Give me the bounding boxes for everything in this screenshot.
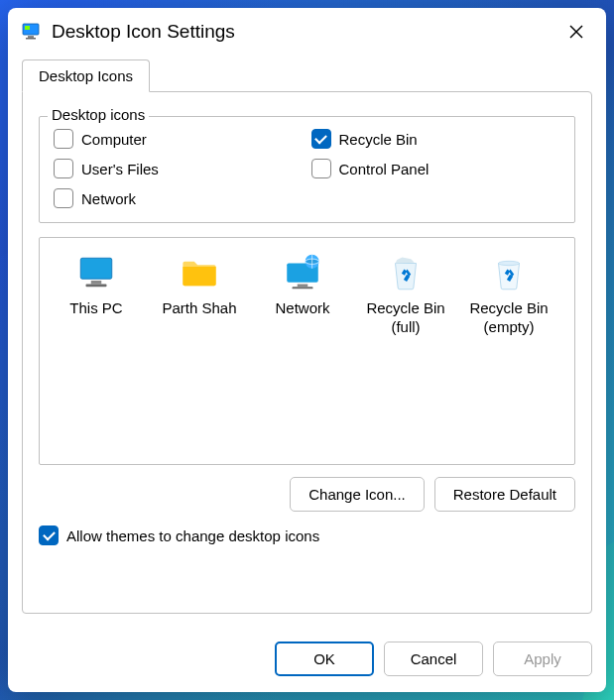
icon-preview-list[interactable]: This PC Parth Shah [39, 237, 575, 465]
svg-rect-2 [25, 26, 30, 30]
desktop-icons-fieldset: Desktop icons Computer Recycle Bin User'… [39, 116, 575, 223]
restore-default-button[interactable]: Restore Default [434, 477, 575, 512]
apply-button[interactable]: Apply [493, 642, 592, 676]
icon-label: Parth Shah [153, 299, 246, 318]
checkbox-icon [311, 159, 331, 178]
dialog-button-row: OK Cancel Apply [8, 628, 606, 692]
checkbox-network[interactable]: Network [54, 188, 304, 208]
icon-label: Recycle Bin (empty) [462, 299, 555, 337]
icon-item-recycle-empty[interactable]: Recycle Bin (empty) [460, 248, 557, 341]
checkbox-label: Recycle Bin [339, 131, 418, 148]
folder-icon [153, 252, 246, 295]
svg-point-17 [499, 261, 520, 265]
icon-item-recycle-full[interactable]: Recycle Bin (full) [357, 248, 454, 341]
checkbox-label: Control Panel [339, 161, 430, 177]
tab-strip: Desktop Icons [22, 59, 592, 91]
checkbox-users-files[interactable]: User's Files [54, 159, 304, 178]
checkbox-icon [54, 188, 73, 208]
recycle-full-icon [359, 252, 452, 295]
tab-desktop-icons[interactable]: Desktop Icons [22, 59, 150, 92]
dialog-content: Desktop Icons Desktop icons Computer Rec… [8, 54, 606, 628]
icon-item-this-pc[interactable]: This PC [48, 248, 145, 322]
svg-rect-10 [86, 285, 107, 288]
icon-item-user-folder[interactable]: Parth Shah [151, 248, 248, 322]
recycle-empty-icon [462, 252, 555, 295]
checkbox-icon [54, 159, 73, 178]
svg-rect-12 [298, 285, 308, 288]
close-icon [569, 25, 583, 39]
cancel-button[interactable]: Cancel [384, 642, 483, 676]
checkbox-allow-themes[interactable]: Allow themes to change desktop icons [39, 525, 575, 545]
checkbox-icon [311, 129, 331, 149]
checkbox-label: Allow themes to change desktop icons [66, 527, 319, 544]
checkbox-computer[interactable]: Computer [54, 129, 304, 149]
svg-rect-4 [26, 38, 36, 40]
icon-label: Network [256, 299, 349, 318]
monitor-icon [50, 252, 143, 295]
checkbox-label: Computer [81, 131, 147, 148]
svg-rect-13 [293, 287, 313, 289]
app-icon [22, 22, 42, 42]
checkbox-label: User's Files [81, 161, 159, 177]
icon-button-row: Change Icon... Restore Default [39, 477, 575, 512]
svg-rect-7 [80, 258, 112, 279]
ok-button[interactable]: OK [275, 642, 374, 676]
icon-item-network[interactable]: Network [254, 248, 351, 322]
titlebar: Desktop Icon Settings [8, 8, 606, 54]
tab-panel: Desktop icons Computer Recycle Bin User'… [22, 91, 592, 614]
fieldset-legend: Desktop icons [48, 106, 149, 123]
checkbox-icon [54, 129, 73, 149]
icon-label: This PC [50, 299, 143, 318]
close-button[interactable] [560, 16, 592, 48]
dialog-title: Desktop Icon Settings [52, 21, 560, 43]
desktop-icon-settings-dialog: Desktop Icon Settings Desktop Icons Desk… [8, 8, 606, 692]
checkbox-label: Network [81, 190, 136, 207]
icon-label: Recycle Bin (full) [359, 299, 452, 337]
svg-rect-3 [28, 36, 34, 38]
svg-rect-9 [91, 281, 102, 285]
change-icon-button[interactable]: Change Icon... [290, 477, 425, 512]
checkbox-icon [39, 525, 59, 545]
network-icon [256, 252, 349, 295]
checkbox-recycle-bin[interactable]: Recycle Bin [311, 129, 561, 149]
checkbox-control-panel[interactable]: Control Panel [311, 159, 561, 178]
